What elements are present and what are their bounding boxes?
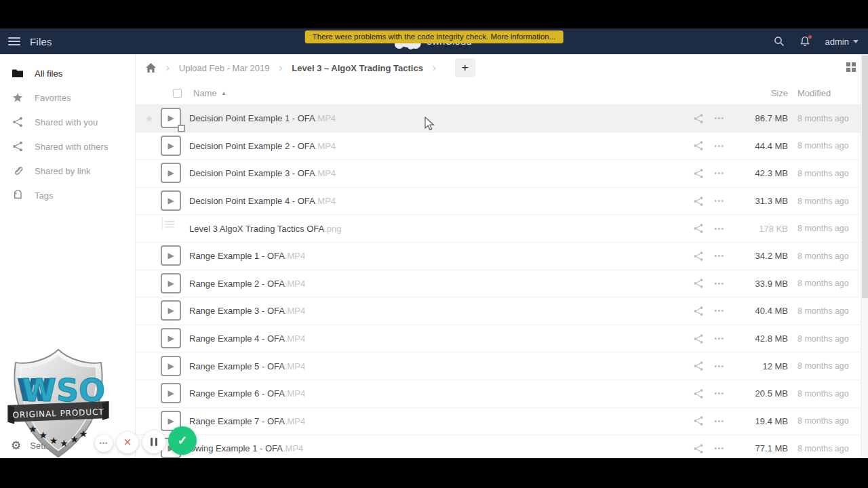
breadcrumb-parent-folder[interactable]: Upload Feb - Mar 2019 [179,63,270,73]
table-row[interactable]: ★ ▶ Decision Point Example 1 - OFA.MP4 •… [136,104,868,132]
integrity-warning-banner[interactable]: There were problems with the code integr… [305,30,564,43]
user-menu[interactable]: admin [825,37,859,47]
file-name[interactable]: Range Example 6 - OFA.MP4 [189,388,693,399]
file-name[interactable]: Range Example 4 - OFA.MP4 [189,333,693,344]
file-name[interactable]: Range Example 1 - OFA.MP4 [189,251,693,261]
share-icon[interactable] [693,113,704,124]
more-actions-icon[interactable]: ••• [713,252,726,260]
share-icon[interactable] [693,278,704,289]
screen: Files ownCloud [0,0,868,488]
home-icon[interactable] [145,62,157,73]
file-name[interactable]: Range Example 2 - OFA.MP4 [189,279,693,289]
file-thumbnail[interactable]: ▶ [161,300,182,321]
search-icon[interactable] [774,36,785,47]
file-thumbnail[interactable]: ▶ [161,108,182,129]
file-name[interactable]: Decision Point Example 1 - OFA.MP4 [189,113,693,123]
share-icon[interactable] [693,168,704,179]
file-thumbnail[interactable]: ▶ [161,273,182,294]
table-row[interactable]: ★ ▶ Range Example 5 - OFA.MP4 ••• 12 MB … [136,352,868,380]
share-icon[interactable] [693,388,704,399]
share-icon[interactable] [693,415,704,426]
recorder-pause-button[interactable] [142,430,165,453]
file-thumbnail[interactable]: ▶ [161,190,182,211]
share-icon[interactable] [693,196,704,207]
more-actions-icon[interactable]: ••• [713,115,726,122]
file-thumbnail[interactable]: ▶ [161,356,182,377]
sidebar-item-tags[interactable]: Tags [0,183,135,207]
more-actions-icon[interactable]: ••• [713,197,726,205]
file-thumbnail[interactable] [161,218,182,239]
column-header-modified[interactable]: Modified [797,88,852,98]
more-actions-icon[interactable]: ••• [713,335,726,342]
breadcrumb-current-folder[interactable]: Level 3 – AlgoX Trading Tactics [292,63,423,73]
share-icon[interactable] [693,306,704,317]
file-name[interactable]: Range Example 7 - OFA.MP4 [189,416,693,426]
table-row[interactable]: ★ ▶ Decision Point Example 3 - OFA.MP4 •… [136,159,868,187]
table-row[interactable]: ★ ▶ Range Example 3 - OFA.MP4 ••• 40.4 M… [136,297,868,325]
file-name[interactable]: Range Example 3 - OFA.MP4 [189,306,693,316]
share-icon[interactable] [693,140,704,151]
more-actions-icon[interactable]: ••• [713,363,726,370]
table-row[interactable]: ★ ▶ Range Example 2 - OFA.MP4 ••• 33.9 M… [136,270,868,298]
more-actions-icon[interactable]: ••• [713,142,726,150]
more-actions-icon[interactable]: ••• [713,307,726,314]
sidebar-item-favorites[interactable]: Favorites [0,85,135,110]
share-icon[interactable] [693,361,704,371]
file-modified: 8 months ago [797,444,852,453]
column-header-size[interactable]: Size [741,88,788,98]
file-name[interactable]: Range Example 5 - OFA.MP4 [189,361,693,371]
file-name[interactable]: Decision Point Example 2 - OFA.MP4 [189,141,693,151]
file-thumbnail[interactable]: ▶ [161,136,182,157]
file-size: 31.3 MB [741,196,788,206]
file-thumbnail[interactable]: ▶ [161,163,182,184]
file-thumbnail[interactable]: ▶ [161,383,182,404]
table-row[interactable]: ★ Level 3 AlgoX Trading Tactics OFA.png … [136,214,868,242]
table-row[interactable]: ★ ▶ Decision Point Example 4 - OFA.MP4 •… [136,187,868,215]
notifications-bell-icon[interactable] [800,36,810,47]
table-row[interactable]: ★ ▶ Range Example 4 - OFA.MP4 ••• 42.8 M… [136,325,868,352]
recorder-cancel-button[interactable]: × [117,432,138,453]
table-row[interactable]: ★ ▶ Decision Point Example 2 - OFA.MP4 •… [136,132,868,160]
sidebar-item-shared-with-you[interactable]: Shared with you [0,110,135,134]
file-modified: 8 months ago [797,361,852,371]
more-actions-icon[interactable]: ••• [713,169,726,177]
file-size: 20.5 MB [741,388,788,399]
sidebar-item-all-files[interactable]: All files [0,61,135,85]
scrollbar-thumb[interactable] [862,56,868,298]
file-name[interactable]: Level 3 AlgoX Trading Tactics OFA.png [189,224,693,234]
sort-asc-icon: ▴ [222,89,226,96]
table-row[interactable]: ★ ▶ Range Example 6 - OFA.MP4 ••• 20.5 M… [136,380,868,407]
grid-view-toggle-icon[interactable] [846,62,856,72]
table-row[interactable]: ★ ▶ Range Example 7 - OFA.MP4 ••• 19.4 M… [136,407,868,435]
select-all-checkbox[interactable] [173,89,182,98]
vertical-scrollbar[interactable] [861,54,868,458]
more-actions-icon[interactable]: ••• [713,390,726,397]
more-actions-icon[interactable]: ••• [713,445,726,452]
recorder-more-button[interactable]: ••• [95,434,113,452]
new-file-button[interactable]: + [455,58,475,77]
file-name[interactable]: Decision Point Example 3 - OFA.MP4 [189,168,693,178]
share-icon[interactable] [693,251,704,262]
more-actions-icon[interactable]: ••• [713,225,726,232]
sidebar-item-shared-by-link[interactable]: Shared by link [0,159,135,183]
share-icon[interactable] [693,223,704,234]
file-thumbnail[interactable]: ▶ [161,328,182,349]
file-name[interactable]: Swing Example 1 - OFA.MP4 [189,443,693,453]
file-thumbnail[interactable]: ▶ [161,245,182,266]
sidebar-item-shared-with-others[interactable]: Shared with others [0,134,135,159]
table-row[interactable]: ★ ▶ Range Example 1 - OFA.MP4 ••• 34.2 M… [136,242,868,270]
owncloud-app: Files ownCloud [0,28,868,458]
favorite-star-icon[interactable]: ★ [144,113,155,124]
column-header-name[interactable]: Name [193,88,217,98]
file-size: 40.4 MB [741,306,788,316]
settings-button[interactable]: ⚙ Settings [11,440,62,451]
more-actions-icon[interactable]: ••• [713,280,726,287]
menu-icon[interactable] [8,37,20,45]
recorder-finish-button[interactable]: ✓ [168,426,197,455]
more-actions-icon[interactable]: ••• [713,418,726,425]
file-name[interactable]: Decision Point Example 4 - OFA.MP4 [189,196,693,206]
video-play-icon: ▶ [161,328,181,348]
share-icon[interactable] [693,333,704,344]
row-checkbox[interactable] [178,125,185,132]
share-icon[interactable] [693,443,704,454]
